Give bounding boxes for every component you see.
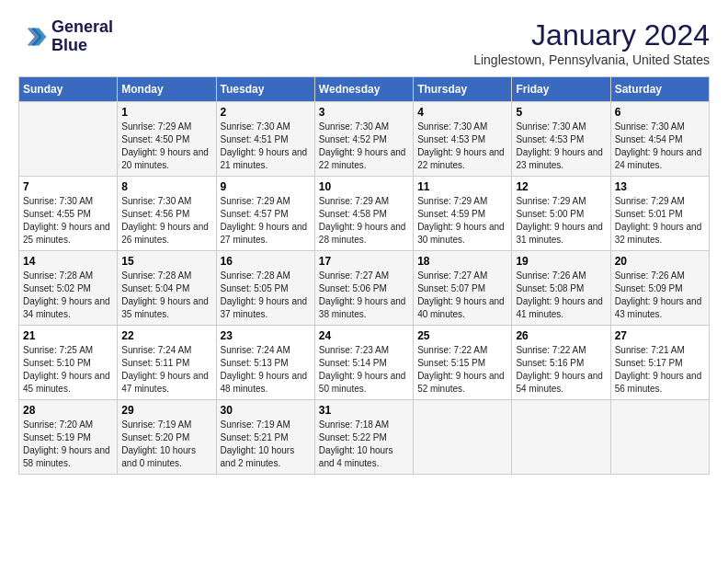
day-of-week-header: Friday [512, 77, 610, 102]
day-info: Sunrise: 7:29 AMSunset: 5:00 PMDaylight:… [516, 195, 606, 247]
month-title: January 2024 [473, 18, 710, 52]
calendar-cell: 18Sunrise: 7:27 AMSunset: 5:07 PMDayligh… [414, 251, 512, 326]
logo-line2: Blue [51, 37, 113, 55]
day-number: 27 [615, 329, 705, 342]
day-number: 17 [319, 255, 409, 268]
day-number: 24 [319, 329, 409, 342]
day-number: 1 [121, 106, 211, 119]
calendar-cell: 20Sunrise: 7:26 AMSunset: 5:09 PMDayligh… [610, 251, 709, 326]
calendar-body: 1Sunrise: 7:29 AMSunset: 4:50 PMDaylight… [19, 102, 710, 475]
day-info: Sunrise: 7:19 AMSunset: 5:20 PMDaylight:… [121, 419, 211, 470]
day-info: Sunrise: 7:30 AMSunset: 4:56 PMDaylight:… [121, 195, 211, 247]
calendar-cell: 15Sunrise: 7:28 AMSunset: 5:04 PMDayligh… [118, 251, 216, 326]
day-number: 14 [23, 255, 113, 268]
day-number: 15 [121, 255, 211, 268]
day-number: 19 [516, 255, 606, 268]
calendar-cell: 2Sunrise: 7:30 AMSunset: 4:51 PMDaylight… [216, 102, 314, 177]
calendar-week-row: 7Sunrise: 7:30 AMSunset: 4:55 PMDaylight… [19, 177, 710, 251]
calendar-cell [610, 400, 709, 475]
day-number: 29 [121, 404, 211, 417]
calendar-cell: 14Sunrise: 7:28 AMSunset: 5:02 PMDayligh… [19, 251, 118, 326]
day-info: Sunrise: 7:30 AMSunset: 4:52 PMDaylight:… [319, 121, 409, 172]
day-info: Sunrise: 7:29 AMSunset: 4:50 PMDaylight:… [121, 121, 211, 172]
day-info: Sunrise: 7:29 AMSunset: 5:01 PMDaylight:… [615, 195, 705, 247]
calendar-cell: 31Sunrise: 7:18 AMSunset: 5:22 PMDayligh… [314, 400, 413, 475]
location: Linglestown, Pennsylvania, United States [473, 52, 710, 67]
logo-line1: General [51, 18, 113, 37]
day-number: 31 [319, 404, 409, 417]
calendar-cell: 23Sunrise: 7:24 AMSunset: 5:13 PMDayligh… [216, 326, 314, 400]
day-number: 23 [221, 329, 311, 342]
day-of-week-header: Tuesday [216, 77, 314, 102]
calendar-cell: 8Sunrise: 7:30 AMSunset: 4:56 PMDaylight… [118, 177, 216, 251]
day-info: Sunrise: 7:25 AMSunset: 5:10 PMDaylight:… [23, 344, 113, 396]
day-number: 18 [417, 255, 507, 268]
day-info: Sunrise: 7:30 AMSunset: 4:55 PMDaylight:… [23, 195, 113, 247]
day-info: Sunrise: 7:30 AMSunset: 4:53 PMDaylight:… [417, 121, 507, 172]
calendar-table: SundayMondayTuesdayWednesdayThursdayFrid… [18, 76, 710, 475]
calendar-week-row: 1Sunrise: 7:29 AMSunset: 4:50 PMDaylight… [19, 102, 710, 177]
day-info: Sunrise: 7:27 AMSunset: 5:06 PMDaylight:… [319, 270, 409, 321]
logo-text: General Blue [51, 18, 113, 55]
calendar-cell: 11Sunrise: 7:29 AMSunset: 4:59 PMDayligh… [414, 177, 512, 251]
day-of-week-header: Saturday [610, 77, 709, 102]
day-info: Sunrise: 7:19 AMSunset: 5:21 PMDaylight:… [221, 419, 311, 470]
day-number: 25 [417, 329, 507, 342]
title-block: January 2024 Linglestown, Pennsylvania, … [473, 18, 710, 67]
calendar-cell: 3Sunrise: 7:30 AMSunset: 4:52 PMDaylight… [314, 102, 413, 177]
day-info: Sunrise: 7:26 AMSunset: 5:09 PMDaylight:… [615, 270, 705, 321]
calendar-cell [512, 400, 610, 475]
day-info: Sunrise: 7:30 AMSunset: 4:51 PMDaylight:… [221, 121, 311, 172]
day-info: Sunrise: 7:28 AMSunset: 5:05 PMDaylight:… [221, 270, 311, 321]
day-info: Sunrise: 7:28 AMSunset: 5:04 PMDaylight:… [121, 270, 211, 321]
calendar-cell: 22Sunrise: 7:24 AMSunset: 5:11 PMDayligh… [118, 326, 216, 400]
day-number: 22 [121, 329, 211, 342]
day-info: Sunrise: 7:22 AMSunset: 5:16 PMDaylight:… [516, 344, 606, 396]
calendar-cell: 16Sunrise: 7:28 AMSunset: 5:05 PMDayligh… [216, 251, 314, 326]
day-info: Sunrise: 7:28 AMSunset: 5:02 PMDaylight:… [23, 270, 113, 321]
calendar-cell: 25Sunrise: 7:22 AMSunset: 5:15 PMDayligh… [414, 326, 512, 400]
calendar-cell: 24Sunrise: 7:23 AMSunset: 5:14 PMDayligh… [314, 326, 413, 400]
calendar-cell: 9Sunrise: 7:29 AMSunset: 4:57 PMDaylight… [216, 177, 314, 251]
day-number: 8 [121, 180, 211, 193]
calendar-cell: 19Sunrise: 7:26 AMSunset: 5:08 PMDayligh… [512, 251, 610, 326]
day-of-week-header: Sunday [19, 77, 118, 102]
day-number: 26 [516, 329, 606, 342]
day-info: Sunrise: 7:29 AMSunset: 4:59 PMDaylight:… [417, 195, 507, 247]
calendar-cell: 5Sunrise: 7:30 AMSunset: 4:53 PMDaylight… [512, 102, 610, 177]
day-number: 3 [319, 106, 409, 119]
calendar-cell: 10Sunrise: 7:29 AMSunset: 4:58 PMDayligh… [314, 177, 413, 251]
day-info: Sunrise: 7:21 AMSunset: 5:17 PMDaylight:… [615, 344, 705, 396]
day-info: Sunrise: 7:18 AMSunset: 5:22 PMDaylight:… [319, 419, 409, 470]
day-info: Sunrise: 7:23 AMSunset: 5:14 PMDaylight:… [319, 344, 409, 396]
calendar-cell: 26Sunrise: 7:22 AMSunset: 5:16 PMDayligh… [512, 326, 610, 400]
calendar-cell: 7Sunrise: 7:30 AMSunset: 4:55 PMDaylight… [19, 177, 118, 251]
calendar-cell: 21Sunrise: 7:25 AMSunset: 5:10 PMDayligh… [19, 326, 118, 400]
day-number: 9 [221, 180, 311, 193]
logo: General Blue [18, 18, 113, 55]
calendar-cell: 6Sunrise: 7:30 AMSunset: 4:54 PMDaylight… [610, 102, 709, 177]
calendar-cell: 4Sunrise: 7:30 AMSunset: 4:53 PMDaylight… [414, 102, 512, 177]
page-header: General Blue January 2024 Linglestown, P… [18, 18, 710, 67]
day-info: Sunrise: 7:30 AMSunset: 4:54 PMDaylight:… [615, 121, 705, 172]
day-number: 28 [23, 404, 113, 417]
day-number: 30 [221, 404, 311, 417]
calendar-week-row: 21Sunrise: 7:25 AMSunset: 5:10 PMDayligh… [19, 326, 710, 400]
day-info: Sunrise: 7:30 AMSunset: 4:53 PMDaylight:… [516, 121, 606, 172]
calendar-cell: 1Sunrise: 7:29 AMSunset: 4:50 PMDaylight… [118, 102, 216, 177]
day-of-week-header: Monday [118, 77, 216, 102]
calendar-cell [414, 400, 512, 475]
calendar-cell [19, 102, 118, 177]
calendar-cell: 29Sunrise: 7:19 AMSunset: 5:20 PMDayligh… [118, 400, 216, 475]
calendar-week-row: 14Sunrise: 7:28 AMSunset: 5:02 PMDayligh… [19, 251, 710, 326]
logo-icon [18, 22, 48, 52]
day-info: Sunrise: 7:26 AMSunset: 5:08 PMDaylight:… [516, 270, 606, 321]
calendar-cell: 30Sunrise: 7:19 AMSunset: 5:21 PMDayligh… [216, 400, 314, 475]
calendar-cell: 13Sunrise: 7:29 AMSunset: 5:01 PMDayligh… [610, 177, 709, 251]
calendar-cell: 27Sunrise: 7:21 AMSunset: 5:17 PMDayligh… [610, 326, 709, 400]
day-number: 7 [23, 180, 113, 193]
day-info: Sunrise: 7:24 AMSunset: 5:11 PMDaylight:… [121, 344, 211, 396]
day-number: 21 [23, 329, 113, 342]
calendar-cell: 28Sunrise: 7:20 AMSunset: 5:19 PMDayligh… [19, 400, 118, 475]
day-number: 11 [417, 180, 507, 193]
